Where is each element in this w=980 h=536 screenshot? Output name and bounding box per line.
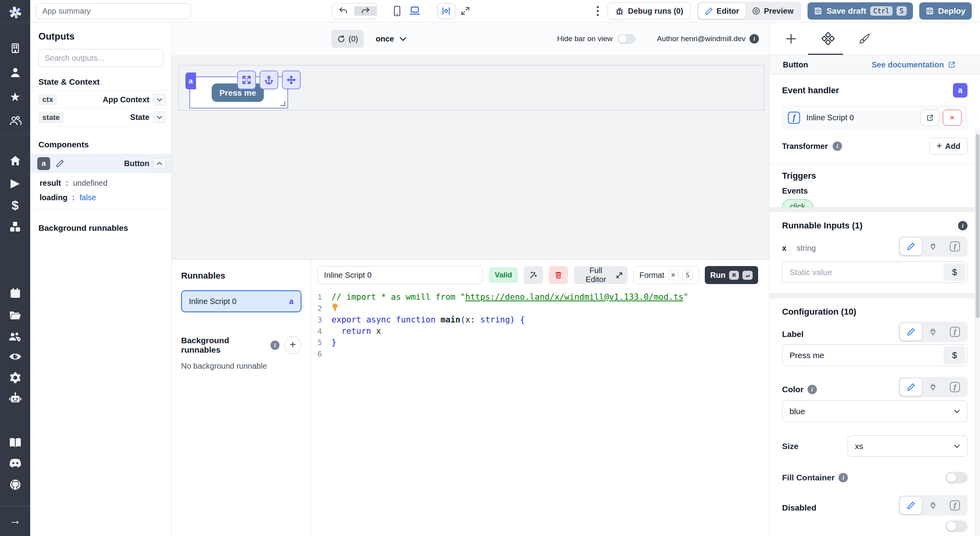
eval-mode-fx-icon[interactable]: f	[944, 238, 966, 255]
static-mode-pencil-icon[interactable]	[900, 497, 922, 514]
connect-mode-plug-icon[interactable]	[922, 497, 944, 514]
desktop-view-button[interactable]	[409, 6, 421, 16]
resize-handle[interactable]	[281, 101, 285, 106]
collapse-sidebar-arrow-icon[interactable]: →	[0, 514, 30, 526]
static-value-input[interactable]	[782, 261, 967, 283]
more-options-kebab-icon[interactable]	[594, 6, 601, 16]
eval-mode-fx-icon[interactable]: f	[944, 497, 966, 514]
runs-play-icon[interactable]: ▶	[0, 177, 30, 189]
see-documentation-link[interactable]: See documentation	[872, 60, 956, 69]
eval-mode-fx-icon[interactable]: f	[944, 323, 966, 340]
audit-eye-icon[interactable]	[0, 351, 30, 362]
state-row[interactable]: state State	[30, 109, 171, 127]
delete-script-button[interactable]	[549, 266, 568, 284]
tab-insert-plus-icon[interactable]	[784, 33, 798, 44]
runnable-item-inline-script-0[interactable]: Inline Script 0 a	[181, 290, 301, 312]
connect-mode-plug-icon[interactable]	[922, 378, 944, 396]
inspector-body: Event handler a f Inline Script 0 × Tran…	[769, 74, 980, 536]
tab-styling-brush-icon[interactable]	[858, 33, 871, 45]
github-icon[interactable]	[0, 479, 30, 491]
ctx-row[interactable]: ctx App Context	[30, 91, 171, 109]
debug-runs-button[interactable]: Debug runs (0)	[608, 2, 691, 20]
users-icon[interactable]	[0, 115, 30, 127]
schedule-dropdown[interactable]: once	[376, 34, 407, 43]
settings-gear-icon[interactable]	[0, 371, 30, 384]
tab-preview[interactable]: Preview	[746, 3, 800, 19]
format-button[interactable]: Format ⌘ S	[633, 266, 699, 284]
anchor-component-icon[interactable]	[260, 71, 278, 89]
workers-robot-icon[interactable]	[0, 392, 30, 404]
discord-icon[interactable]	[0, 458, 30, 468]
workspace-icon[interactable]	[0, 42, 30, 54]
save-draft-button[interactable]: Save draft Ctrl S	[808, 2, 913, 20]
author-info-icon[interactable]: i	[750, 34, 759, 43]
template-dollar-button[interactable]: $	[944, 346, 965, 364]
state-expand-chevron-icon[interactable]	[153, 112, 166, 123]
remove-script-button[interactable]: ×	[943, 110, 962, 126]
undo-button[interactable]	[332, 6, 354, 16]
tab-editor[interactable]: Editor	[699, 3, 746, 19]
schedules-calendar-icon[interactable]	[0, 287, 30, 299]
scrollbar-thumb[interactable]	[976, 134, 980, 318]
center-align-button[interactable]	[437, 3, 455, 19]
code-editor[interactable]: 1// import * as wmill from "https://deno…	[311, 289, 769, 536]
inspector-scrollbar[interactable]	[975, 129, 980, 536]
template-dollar-button[interactable]: $	[944, 263, 965, 281]
label-value-input[interactable]	[782, 344, 967, 366]
kbd-s: S	[897, 6, 907, 16]
ai-wand-button[interactable]	[524, 266, 543, 284]
connect-mode-plug-icon[interactable]	[922, 323, 944, 340]
favorites-star-icon[interactable]: ★	[0, 91, 30, 103]
background-runnables-info-icon[interactable]: i	[270, 340, 279, 350]
add-background-runnable-button[interactable]: +	[284, 336, 301, 354]
ctx-expand-chevron-icon[interactable]	[153, 94, 166, 105]
fill-container-info-icon[interactable]: i	[838, 473, 848, 482]
lightbulb-hint-icon[interactable]	[332, 303, 338, 312]
fullscreen-button[interactable]	[461, 6, 470, 16]
state-context-title: State & Context	[38, 77, 163, 87]
rename-pencil-icon[interactable]	[56, 159, 64, 168]
redo-button[interactable]	[354, 6, 376, 16]
event-script-row[interactable]: f Inline Script 0 ×	[782, 105, 967, 130]
component-a-row[interactable]: a Button	[30, 154, 171, 173]
deploy-button[interactable]: Deploy	[919, 2, 972, 20]
windmill-logo-icon[interactable]	[0, 5, 30, 20]
home-icon[interactable]	[0, 155, 30, 167]
groups-icon[interactable]	[0, 331, 30, 343]
expand-component-icon[interactable]	[237, 71, 256, 89]
component-collapse-chevron-icon[interactable]	[153, 158, 166, 169]
variables-dollar-icon[interactable]: $	[0, 199, 30, 212]
resources-cubes-icon[interactable]	[0, 221, 30, 233]
open-script-button[interactable]	[920, 110, 939, 126]
static-mode-pencil-icon[interactable]	[900, 323, 922, 340]
color-info-icon[interactable]: i	[808, 385, 817, 394]
click-event-badge: click	[782, 199, 813, 208]
fill-container-toggle[interactable]	[946, 472, 967, 483]
mobile-view-button[interactable]	[392, 5, 402, 16]
script-name-input[interactable]	[318, 266, 483, 284]
user-icon[interactable]	[0, 67, 30, 78]
color-select[interactable]: blue	[782, 400, 967, 422]
transformer-info-icon[interactable]: i	[833, 141, 842, 151]
static-mode-pencil-icon[interactable]	[900, 378, 922, 396]
search-outputs-input[interactable]	[38, 49, 163, 67]
folders-icon[interactable]	[0, 310, 30, 321]
triggers-title: Triggers	[782, 171, 967, 181]
tab-component-settings-icon[interactable]	[821, 32, 835, 45]
move-component-icon[interactable]	[282, 71, 301, 89]
full-editor-button[interactable]: Full Editor	[574, 266, 628, 284]
eval-mode-fx-icon[interactable]: f	[944, 378, 966, 396]
size-select[interactable]: xs	[848, 435, 967, 457]
static-mode-pencil-icon[interactable]	[900, 238, 922, 255]
disabled-toggle[interactable]	[946, 520, 967, 532]
docs-book-icon[interactable]	[0, 437, 30, 447]
app-summary-input[interactable]	[36, 3, 191, 19]
add-transformer-button[interactable]: + Add	[929, 138, 967, 155]
hide-bar-toggle[interactable]	[618, 34, 636, 44]
refresh-runs-button[interactable]: (0)	[331, 30, 364, 48]
run-button[interactable]: Run ⌘ ↵	[705, 266, 758, 284]
size-value: xs	[855, 442, 863, 451]
runnable-inputs-info-icon[interactable]: i	[958, 221, 967, 230]
connect-mode-plug-icon[interactable]	[922, 238, 944, 255]
app-canvas[interactable]: Press me a	[172, 55, 769, 259]
